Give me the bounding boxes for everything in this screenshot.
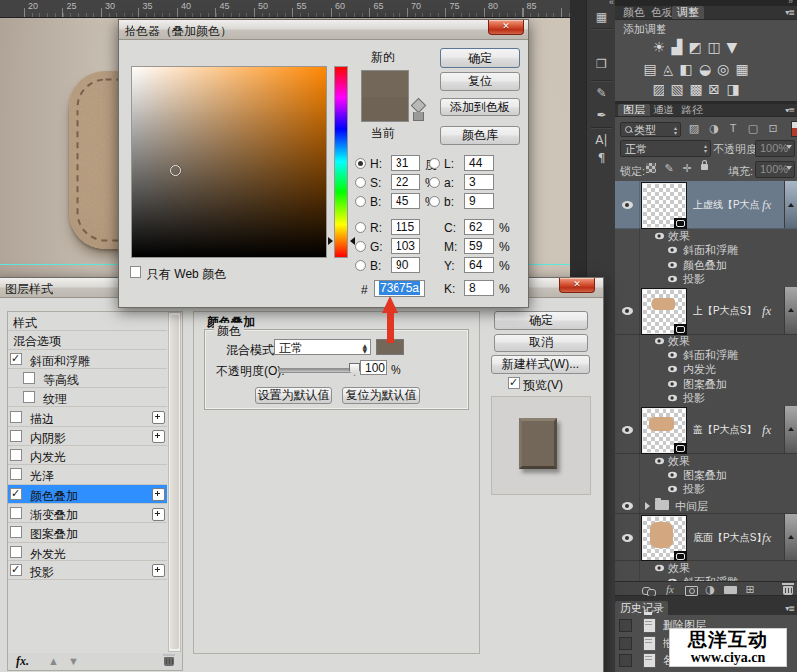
radio-R:[interactable] (355, 222, 366, 233)
expand-group-icon[interactable] (645, 502, 650, 510)
paragraph-panel-icon[interactable]: ¶ (587, 151, 616, 165)
filter-type-layers-icon[interactable]: T (730, 122, 737, 134)
radio-b:[interactable] (429, 196, 440, 207)
radio-G:[interactable] (355, 241, 366, 252)
visibility-eye-icon[interactable] (668, 247, 677, 254)
field-input-B:[interactable]: 45 (391, 193, 420, 209)
opacity-select[interactable]: 100% (755, 140, 795, 157)
layer-group-row[interactable]: 中间层 (615, 497, 797, 514)
tab-通道[interactable]: 通道 (648, 104, 679, 116)
layer-row[interactable]: 上虚线【P大点…fx (615, 181, 797, 229)
style-item-样式[interactable]: 样式 (8, 312, 167, 331)
field-input-C:[interactable]: 62 (464, 219, 494, 235)
style-checkbox[interactable] (10, 353, 22, 365)
tab-图层[interactable]: 图层 (618, 104, 650, 116)
visibility-eye-icon[interactable] (668, 366, 677, 373)
radio-S:[interactable] (355, 177, 366, 188)
effect-row[interactable]: 效果 (615, 561, 797, 575)
reset-default-button[interactable]: 复位为默认值 (342, 387, 420, 404)
layer-row[interactable]: 盖【P大点S】fx (615, 406, 797, 454)
layer-thumbnail[interactable] (642, 516, 686, 560)
layer-row[interactable]: 底面【P大点S】fx (615, 514, 797, 561)
effect-row[interactable]: 内发光 (615, 362, 797, 376)
lock-image-pixels-icon[interactable]: ✎ (664, 162, 673, 175)
effect-row[interactable]: 效果 (615, 229, 797, 243)
visibility-eye-icon[interactable] (622, 307, 633, 315)
style-checkbox[interactable] (23, 372, 35, 384)
visibility-eye-icon[interactable] (622, 201, 633, 209)
gradient-map-icon[interactable]: ⊠ (706, 82, 723, 97)
collapse-effects-button[interactable] (784, 181, 797, 228)
history-source-slot[interactable] (619, 619, 632, 632)
effect-row[interactable]: 投影 (615, 272, 797, 286)
hue-saturation-icon[interactable]: ▤ (642, 62, 659, 77)
add-instance-button[interactable] (152, 430, 165, 443)
visibility-eye-icon[interactable] (668, 276, 677, 283)
visibility-eye-icon[interactable] (655, 565, 664, 572)
visibility-eye-icon[interactable] (655, 457, 664, 464)
radio-a:[interactable] (429, 177, 440, 188)
layer-filter-type-select[interactable]: 类型 ▴▾ (620, 122, 681, 137)
selective-color-icon[interactable]: ◨ (725, 82, 742, 97)
curves-icon[interactable]: ◩ (687, 40, 704, 55)
field-input-M:[interactable]: 59 (464, 238, 494, 254)
style-item-渐变叠加[interactable]: 渐变叠加 (8, 504, 167, 523)
preview-checkbox[interactable] (508, 377, 520, 389)
layer-thumbnail[interactable] (642, 289, 686, 334)
effect-row[interactable]: 图案叠加 (615, 377, 797, 391)
collapse-effects-button[interactable] (784, 406, 797, 453)
style-item-颜色叠加[interactable]: 颜色叠加 (8, 485, 167, 504)
horizontal-ruler[interactable]: 2025303540455055606570758085 (0, 0, 576, 18)
opacity-slider-track[interactable] (278, 368, 353, 373)
field-input-L:[interactable]: 44 (464, 155, 494, 171)
visibility-eye-icon[interactable] (655, 233, 664, 240)
add-instance-button[interactable] (152, 564, 165, 577)
style-checkbox[interactable] (10, 564, 22, 576)
cancel-button[interactable]: 取消 (494, 334, 588, 352)
blend-mode-dropdown[interactable]: 正常 ▲▼ (274, 339, 371, 355)
add-instance-button[interactable] (152, 411, 165, 424)
style-checkbox[interactable] (10, 468, 22, 480)
black-white-icon[interactable]: ◧ (678, 62, 695, 77)
style-checkbox[interactable] (10, 449, 22, 461)
visibility-eye-icon[interactable] (668, 472, 677, 479)
field-input-B:[interactable]: 90 (391, 257, 420, 273)
invert-icon[interactable]: ▨ (651, 82, 667, 97)
filter-pixel-layers-icon[interactable]: ▨ (689, 122, 699, 135)
tab-history[interactable]: 历史记录 (615, 601, 668, 615)
layer-fx-icon[interactable]: fx (762, 530, 771, 546)
style-checkbox[interactable] (10, 507, 22, 519)
swatches-panel-icon[interactable]: ▦ (587, 10, 616, 24)
field-input-K:[interactable]: 8 (464, 280, 494, 296)
style-item-描边[interactable]: 描边 (8, 408, 167, 427)
layer-thumbnail[interactable] (642, 183, 686, 228)
channel-mixer-icon[interactable]: ◎ (715, 62, 732, 77)
add-adjustment-layer-icon[interactable]: ◑ (705, 583, 715, 596)
move-style-up-icon[interactable]: ▲ (48, 655, 59, 667)
visibility-eye-icon[interactable] (668, 486, 677, 493)
field-input-R:[interactable]: 115 (391, 219, 420, 235)
radio-H:[interactable] (355, 158, 366, 169)
blend-mode-select[interactable]: 正常 ▴▾ (620, 140, 711, 157)
style-item-图案叠加[interactable]: 图案叠加 (8, 523, 167, 542)
visibility-eye-icon[interactable] (668, 262, 677, 269)
radio-B:[interactable] (355, 196, 366, 207)
style-item-光泽[interactable]: 光泽 (8, 465, 167, 484)
styles-scrollbar[interactable] (168, 312, 181, 652)
lock-all-icon[interactable] (701, 164, 708, 170)
add-instance-button[interactable] (152, 488, 165, 501)
tab-路径[interactable]: 路径 (676, 104, 708, 116)
color-lookup-icon[interactable]: ▦ (734, 62, 751, 77)
style-checkbox[interactable] (10, 526, 22, 538)
tab-调整[interactable]: 调整 (672, 6, 704, 19)
effect-row[interactable]: 效果 (615, 335, 797, 348)
brightness-contrast-icon[interactable]: ☀ (651, 40, 667, 55)
lock-position-icon[interactable]: ✛ (682, 162, 691, 175)
lock-transparent-pixels-icon[interactable] (646, 163, 656, 173)
styles-panel-icon[interactable]: ❐ (587, 57, 616, 71)
effect-row[interactable]: 斜面和浮雕 (615, 243, 797, 257)
move-style-down-icon[interactable]: ▼ (68, 655, 79, 667)
add-layer-mask-icon[interactable] (685, 586, 698, 596)
style-item-斜面和浮雕[interactable]: 斜面和浮雕 (8, 350, 167, 369)
add-instance-button[interactable] (152, 508, 165, 521)
